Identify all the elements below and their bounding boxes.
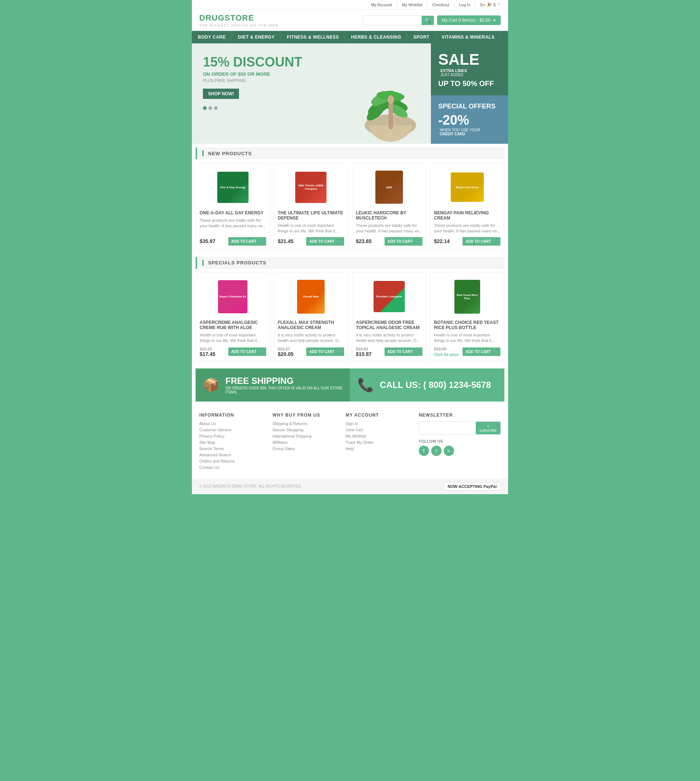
nav-body-care[interactable]: BODY CARE (192, 31, 232, 43)
footer-link-orders-returns[interactable]: Orders and Returns (199, 459, 265, 463)
nav-herbs-cleansing[interactable]: HERBS & CLEANSING (345, 31, 408, 43)
footer-link-sitemap[interactable]: Site Map (199, 440, 265, 444)
add-to-cart-button[interactable]: ADD TO CART 🛒 (306, 347, 344, 356)
product-name: LEUKIC HARDCORE BY MUSCLETECH (356, 210, 422, 220)
product-footer: $21.15 $17.45 ADD TO CART 🛒 (200, 347, 266, 357)
hero-dot-2[interactable] (208, 106, 212, 110)
footer-link-secure[interactable]: Secure Shopping (272, 428, 338, 432)
footer-link-view-cart[interactable]: View Cart (346, 428, 412, 432)
credit-card-text: CREDIT CARD (440, 132, 480, 136)
header-right: 🔍 My Cart 0 item(s) - $0.00 ▼ (362, 15, 501, 25)
footer-why: WHY BUY FROM US Shipping & Returns Secur… (272, 412, 338, 471)
newsletter-input[interactable] (419, 422, 476, 434)
product-price: $35.97 (200, 238, 215, 244)
product-desc: These products are totally safe for your… (200, 218, 266, 234)
logo[interactable]: DRUGSTORE THE BIGGEST CHOICE ON THE WEB (199, 13, 278, 27)
footer-newsletter-title: NEWSLETTER (419, 412, 501, 418)
product-card: Bayer Chewable 81 ASPERCREME ANALGESIC C… (196, 272, 270, 361)
footer-link-contact[interactable]: Contact Us (199, 465, 265, 469)
footer-link-privacy[interactable]: Privacy Policy (199, 434, 265, 438)
call-us-banner[interactable]: 📞 CALL US: ( 800) 1234-5678 (350, 369, 504, 402)
footer-info-title: INFORMATION (199, 412, 265, 418)
footer-account: MY ACCOUNT Sign In View Cart My Wishlist… (346, 412, 412, 471)
hero-dot-1[interactable] (203, 106, 207, 110)
login-link[interactable]: Log In (459, 3, 471, 7)
free-shipping-title: FREE SHIPPING (225, 376, 343, 386)
cart-icon: 🛒 (414, 239, 420, 244)
follow-us-label: FOLLOW US (419, 439, 501, 444)
product-card: Prostate Complete ASPERCREME ODOR FREE T… (352, 272, 427, 361)
footer-link-affiliates[interactable]: Affiliates (272, 440, 338, 444)
footer-link-search-terms[interactable]: Search Terms (199, 446, 265, 451)
cart-arrow-icon: ▼ (493, 18, 496, 22)
social-icons: f t ∿ (419, 446, 501, 456)
specials-products-section: SPECIALS PRODUCTS Bayer Chewable 81 ASPE… (192, 254, 508, 365)
footer-link-sign-in[interactable]: Sign In (346, 421, 412, 426)
nav-vitamins-minerals[interactable]: VITAMINS & MINERALS (436, 31, 501, 43)
just-added-text: JUST ADDED (440, 73, 467, 77)
add-to-cart-button[interactable]: ADD TO CART 🛒 (385, 237, 422, 245)
footer-link-group-sales[interactable]: Group Sales (272, 446, 338, 451)
cart-button[interactable]: My Cart 0 item(s) - $0.00 ▼ (437, 15, 501, 25)
product-image-wrap: Red Yeast Rice Plus (434, 277, 501, 317)
nav-fitness-wellness[interactable]: FITNESS & WELLNESS (281, 31, 345, 43)
footer-link-help[interactable]: Help (346, 446, 412, 451)
old-price: $19.82 (356, 347, 372, 351)
nav-sport[interactable]: SPORT (407, 31, 436, 43)
twitter-icon[interactable]: t (431, 446, 442, 456)
product-image-wrap: One A Day Energy (200, 167, 266, 207)
product-price: $31.17 $20.05 (278, 347, 294, 357)
footer-link-international[interactable]: International Shipping (272, 434, 338, 438)
rss-icon[interactable]: ∿ (444, 446, 454, 456)
product-card: Bayer Low Dose BENGAY PAIN RELIEVING CRE… (430, 163, 505, 250)
add-to-cart-button[interactable]: ADD TO CART 🛒 (385, 347, 422, 356)
hero-discount-text: 15% DISCOUNT (203, 54, 420, 70)
footer-link-customer-service[interactable]: Customer Service (199, 428, 265, 432)
product-image-wrap: Flexall Max (278, 277, 345, 317)
special-offers-title: SPECIAL OFFERS (438, 103, 501, 110)
click-for-price-link[interactable]: Click for price (434, 353, 459, 357)
product-footer: $22.14 ADD TO CART 🛒 (434, 237, 501, 245)
special-offers-banner[interactable]: SPECIAL OFFERS -20% WHEN YOU USE YOUR CR… (431, 95, 508, 144)
product-price: $32.09 Click for price (434, 347, 459, 357)
newsletter-subscribe-button[interactable]: » subscribe (476, 422, 500, 434)
newsletter-form: » subscribe (419, 421, 501, 435)
cart-icon: 🛒 (492, 349, 497, 354)
add-to-cart-button[interactable]: ADD TO CART 🛒 (306, 237, 344, 245)
product-name: ONE-A-DAY ALL DAY ENERGY (200, 210, 266, 215)
footer-link-shipping[interactable]: Shipping & Returns (272, 421, 338, 426)
sale-banner[interactable]: SALE EXTRA LINES JUST ADDED UP TO 50% OF… (431, 43, 508, 95)
shop-now-button[interactable]: SHOP NOW! (203, 88, 239, 99)
footer-link-wishlist[interactable]: My Wishlist (346, 434, 412, 438)
my-account-link[interactable]: My Account (371, 3, 392, 7)
product-desc: It is very noble activity to protect hea… (356, 332, 422, 344)
language-selector[interactable]: En 🎉 $ ♡ (480, 2, 501, 7)
add-to-cart-button[interactable]: ADD TO CART 🛒 (228, 237, 266, 245)
my-wishlist-link[interactable]: My Wishlist (402, 3, 422, 7)
product-desc: Health is one of most important things i… (200, 332, 266, 344)
product-card: AI80 LEUKIC HARDCORE BY MUSCLETECH These… (352, 163, 427, 250)
cart-icon: 🛒 (336, 239, 341, 244)
checkout-link[interactable]: Checkout (432, 3, 449, 7)
add-to-cart-button[interactable]: ADD TO CART 🛒 (462, 237, 500, 245)
facebook-icon[interactable]: f (419, 446, 429, 456)
product-name: BOTANIC CHOICE RED YEAST RICE PLUS BOTTL… (434, 320, 501, 330)
search-input[interactable] (363, 16, 422, 25)
old-price: $21.15 (200, 347, 215, 351)
product-name: ASPERCREME ANALGESIC CREME RUB WITH ALOE (200, 320, 266, 330)
footer-link-advanced-search[interactable]: Advanced Search (199, 453, 265, 457)
product-image-wrap: Milk Thistle 12000 Complex (278, 167, 345, 207)
free-shipping-sub: ON ORDERS OVER $99. THIS OFFER IS VALID … (225, 386, 343, 394)
free-shipping-banner[interactable]: 📦 FREE SHIPPING ON ORDERS OVER $99. THIS… (196, 369, 350, 402)
cart-icon: 🛒 (414, 349, 420, 354)
add-to-cart-button[interactable]: ADD TO CART 🛒 (228, 347, 266, 356)
nav-diet-energy[interactable]: DIET & ENERGY (232, 31, 281, 43)
add-to-cart-button[interactable]: ADD TO CART 🛒 (462, 347, 500, 356)
footer-link-track-order[interactable]: Track My Order (346, 440, 412, 444)
specials-products-grid: Bayer Chewable 81 ASPERCREME ANALGESIC C… (196, 272, 504, 361)
hero-dot-3[interactable] (214, 106, 218, 110)
product-desc: Health is one of most important things i… (278, 223, 345, 234)
footer-link-about[interactable]: About Us (199, 421, 265, 426)
product-desc: It is very noble activity to protect hea… (278, 332, 345, 344)
search-button[interactable]: 🔍 (422, 16, 434, 25)
